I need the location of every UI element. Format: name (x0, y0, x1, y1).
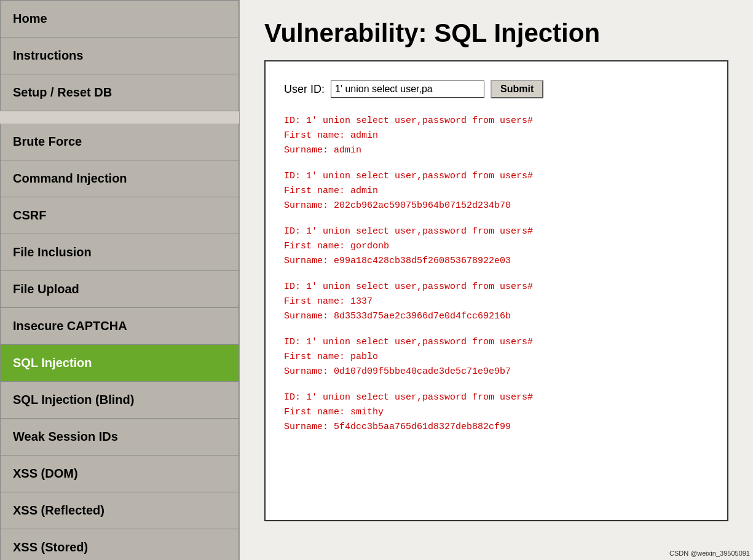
result-surname-1: Surname: 202cb962ac59075b964b07152d234b7… (284, 199, 709, 213)
result-block-5: ID: 1' union select user,password from u… (284, 390, 709, 435)
result-block-4: ID: 1' union select user,password from u… (284, 335, 709, 379)
result-firstname-1: First name: admin (284, 184, 709, 199)
user-id-label: User ID: (284, 83, 325, 96)
sidebar-item-brute-force[interactable]: Brute Force (0, 124, 239, 160)
result-surname-2: Surname: e99a18c428cb38d5f260853678922e0… (284, 254, 709, 269)
page-title: Vulnerability: SQL Injection (264, 18, 728, 48)
result-surname-0: Surname: admin (284, 143, 709, 158)
sidebar-item-file-inclusion[interactable]: File Inclusion (0, 234, 239, 271)
user-id-input[interactable] (331, 81, 484, 98)
sidebar-item-xss-reflected[interactable]: XSS (Reflected) (0, 492, 239, 529)
result-block-3: ID: 1' union select user,password from u… (284, 280, 709, 324)
result-surname-3: Surname: 8d3533d75ae2c3966d7e0d4fcc69216… (284, 309, 709, 324)
results-container: ID: 1' union select user,password from u… (284, 114, 709, 435)
nav-separator (0, 111, 239, 124)
result-firstname-0: First name: admin (284, 128, 709, 143)
sidebar-item-setup-reset-db[interactable]: Setup / Reset DB (0, 74, 239, 111)
sidebar-item-sql-injection[interactable]: SQL Injection (0, 345, 239, 382)
result-block-2: ID: 1' union select user,password from u… (284, 224, 709, 269)
result-surname-5: Surname: 5f4dcc3b5aa765d61d8327deb882cf9… (284, 420, 709, 435)
result-id-1: ID: 1' union select user,password from u… (284, 169, 709, 184)
result-id-5: ID: 1' union select user,password from u… (284, 390, 709, 405)
form-row: User ID: Submit (284, 80, 709, 98)
sidebar-item-command-injection[interactable]: Command Injection (0, 160, 239, 197)
result-id-3: ID: 1' union select user,password from u… (284, 280, 709, 294)
sidebar-item-home[interactable]: Home (0, 0, 239, 37)
sidebar-item-instructions[interactable]: Instructions (0, 37, 239, 74)
sidebar-item-insecure-captcha[interactable]: Insecure CAPTCHA (0, 308, 239, 345)
result-id-4: ID: 1' union select user,password from u… (284, 335, 709, 350)
sidebar: HomeInstructionsSetup / Reset DBBrute Fo… (0, 0, 240, 560)
result-firstname-3: First name: 1337 (284, 294, 709, 309)
result-firstname-2: First name: gordonb (284, 239, 709, 254)
sidebar-item-file-upload[interactable]: File Upload (0, 271, 239, 308)
sidebar-item-xss-stored[interactable]: XSS (Stored) (0, 529, 239, 560)
result-block-1: ID: 1' union select user,password from u… (284, 169, 709, 213)
result-firstname-5: First name: smithy (284, 405, 709, 420)
submit-button[interactable]: Submit (491, 80, 543, 98)
result-id-0: ID: 1' union select user,password from u… (284, 114, 709, 128)
result-surname-4: Surname: 0d107d09f5bbe40cade3de5c71e9e9b… (284, 365, 709, 379)
result-block-0: ID: 1' union select user,password from u… (284, 114, 709, 158)
watermark: CSDN @weixin_39505091 (669, 550, 750, 557)
sidebar-item-csrf[interactable]: CSRF (0, 197, 239, 234)
content-box: User ID: Submit ID: 1' union select user… (264, 60, 728, 521)
sidebar-item-weak-session-ids[interactable]: Weak Session IDs (0, 419, 239, 455)
result-id-2: ID: 1' union select user,password from u… (284, 224, 709, 239)
sidebar-item-xss-dom[interactable]: XSS (DOM) (0, 455, 239, 492)
main-content: Vulnerability: SQL Injection User ID: Su… (240, 0, 753, 560)
result-firstname-4: First name: pablo (284, 350, 709, 365)
sidebar-item-sql-injection-blind[interactable]: SQL Injection (Blind) (0, 382, 239, 419)
